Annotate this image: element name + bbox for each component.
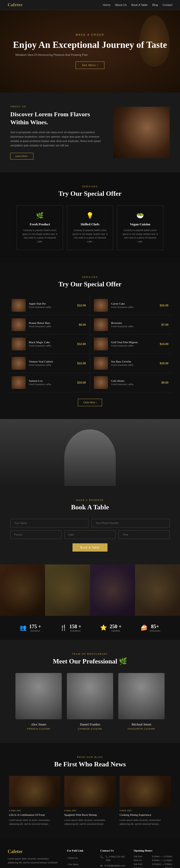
blog-tag: Read Our Blog [8, 756, 172, 758]
team-name: Daniel Frankin [67, 722, 113, 726]
gallery-section [0, 564, 180, 616]
menu-item-image [11, 338, 26, 350]
footer-links-title: Use Full Link [67, 849, 93, 852]
menu-item: Vienese Veal Cutlech Fresh brasserie caf… [8, 354, 90, 373]
menu-item-image [94, 338, 108, 350]
gallery-cell-1 [45, 564, 90, 616]
footer: Cafeter Lorem ipsum dolor sit amet, cons… [0, 839, 180, 868]
menu-item: Brownies Fresh brasserie cafhe $7.00 [90, 315, 172, 335]
hours-row: Sat-Sun: Closed [134, 867, 172, 868]
services-cards: 🌿 Fresh Product Contrary to popular beli… [8, 205, 172, 250]
book-tag: Make A Reserve [10, 499, 170, 501]
blog-post-title[interactable]: Cooking Dining Experience [120, 813, 171, 817]
stat-item: 👥 175 + Members [20, 624, 41, 632]
contact-phone: 📞 📞 (+800) 123 456 7890 [100, 855, 126, 862]
about-tag: About Us [10, 105, 106, 108]
menu-item: Cafe Aloise Fresh brasserie cafhe $9.00 [90, 373, 172, 392]
person-input[interactable] [10, 530, 61, 539]
menu-item-info: Vienese Veal Cutlech Fresh brasserie caf… [29, 360, 74, 366]
menu-item-price: $6.00 [79, 323, 86, 326]
navbar: Cafeter Home About Us Book A Table Blog … [0, 0, 180, 10]
chef-figure [64, 429, 116, 486]
service-desc-1: Contrary to popular belief Lorem Ipsum i… [72, 228, 108, 243]
name-input[interactable] [10, 519, 88, 527]
menu-item-info: Sea Bass Ceviche Fresh brasserie cafhe [111, 360, 157, 366]
menu-item-info: Brownies Fresh brasserie cafhe [111, 321, 158, 328]
nav-home[interactable]: Home [103, 3, 110, 6]
book-table-button[interactable]: Book A Table [72, 543, 107, 552]
menu-item-name: Peanut Butter Bars [29, 321, 76, 324]
blog-post-desc: Lorem ipsum dolor sit amet, consectetur … [120, 818, 171, 826]
services-tag: Services [8, 185, 172, 188]
footer-link-0[interactable]: › About Us [67, 857, 78, 859]
blog-date: 6 Saint, 2021 [9, 809, 60, 812]
hero-cta-button[interactable]: See Menu › [76, 61, 104, 69]
stat-number: 250 + [110, 624, 121, 629]
nav-about[interactable]: About Us [115, 3, 126, 6]
stat-icon: ⭐ [100, 624, 107, 631]
menu-item-image [94, 357, 108, 370]
hours-time: 9:00am — 11:00pm [152, 859, 172, 862]
team-tag: Team Of Restaurant [8, 653, 172, 655]
menu-item-name: Black Magic Cake [29, 341, 74, 344]
menu-item: Sea Bass Ceviche Fresh brasserie cafhe $… [90, 354, 172, 373]
about-section: About Us Discover Lorem From Flavors Wit… [0, 92, 180, 173]
learn-more-button[interactable]: Learn More › [10, 153, 33, 159]
phone-input[interactable] [92, 519, 170, 527]
blog-post-title[interactable]: Spaghetti With Rock Shrimp [64, 813, 116, 817]
blog-post-title[interactable]: Life Is A Combination Of Food [9, 813, 60, 817]
menu-title: Try Our Special Offer [8, 280, 172, 288]
gallery-cell-0 [0, 564, 45, 616]
menu-item-image [11, 299, 26, 312]
about-text: About Us Discover Lorem From Flavors Wit… [10, 105, 106, 159]
contact-email-text: ✉ info@cafeter.com [104, 864, 125, 868]
menu-item-name: Sea Bass Ceviche [111, 360, 157, 363]
menu-item: Carrot Cake Fresh brasserie cafhe $15.00 [90, 296, 172, 315]
menu-item-info: Grill Veal Filet Mignon Fresh brasserie … [111, 341, 157, 347]
hours-time: Closed [165, 867, 172, 868]
team-section: Team Of Restaurant Meet Our Professional… [0, 640, 180, 743]
footer-hours-col: Opening Hours Sat-Sun: 8:00am — 10:00am … [134, 849, 172, 868]
hours-day: Sat-Sun: [134, 867, 143, 868]
navbar-logo[interactable]: Cafeter [8, 3, 23, 7]
menu-item-info: Salmon Lox Fresh brasserie cafhe [29, 379, 74, 385]
time-input[interactable] [119, 530, 170, 539]
hero-section: Make A Order Enjoy An Exceptional Journe… [0, 10, 180, 92]
menu-item-image [11, 318, 26, 331]
about-image-inner [113, 107, 170, 158]
menu-tag: Services [8, 276, 172, 278]
team-title: Meet Our Professional 🌿 [8, 657, 172, 665]
team-name: Alex Smart [16, 722, 62, 726]
footer-brand-col: Cafeter Lorem ipsum dolor sit amet, cons… [8, 849, 59, 868]
stat-item: 🍰 85+ Delicacies [141, 624, 160, 632]
stat-icon: 🍴 [60, 624, 67, 631]
about-image [113, 107, 170, 158]
footer-grid: Cafeter Lorem ipsum dolor sit amet, cons… [8, 849, 172, 868]
nav-book[interactable]: Book A Table [131, 3, 148, 6]
stat-icon: 🍰 [141, 624, 147, 631]
menu-item: Grill Veal Filet Mignon Fresh brasserie … [90, 335, 172, 354]
blog-post-desc: Lorem ipsum dolor sit amet, consectetur … [64, 818, 116, 826]
menu-item-image [94, 376, 108, 389]
nav-contact[interactable]: Contact [162, 3, 172, 6]
menu-item-info: Peanut Butter Bars Fresh brasserie cafhe [29, 321, 76, 328]
footer-link-1[interactable]: › Our Menu [67, 863, 79, 866]
nav-blog[interactable]: Blog [152, 3, 158, 6]
footer-contact-title: Contact Us [100, 849, 126, 852]
menu-click-here-button[interactable]: Click Here › [78, 399, 102, 406]
date-input[interactable] [64, 530, 116, 539]
menu-item: Black Magic Cake Fresh brasserie cafhe $… [8, 335, 90, 354]
blog-section: Read Our Blog Be First Who Read News 6 S… [0, 743, 180, 839]
hours-day: Sat-Sun: [134, 855, 143, 858]
menu-item-sub: Fresh brasserie cafhe [29, 383, 74, 385]
hours-time: 10:00am — 8:00pm [152, 863, 172, 865]
menu-section: Services Try Our Special Offer Apple Sla… [0, 263, 180, 419]
service-icon-1: 💡 [72, 212, 108, 219]
team-role: Favourite Cuisine [118, 727, 164, 730]
blog-image [9, 776, 60, 807]
service-desc-2: Contrary to popular belief Lorem Ipsum i… [122, 228, 158, 243]
hours-row: Sat-Sun: 8:00am — 10:00am [134, 855, 172, 858]
menu-item-sub: Fresh brasserie cafhe [111, 383, 158, 385]
contact-phone-text: 📞 (+800) 123 456 7890 [106, 855, 126, 862]
hours-day: Mon-Fri: [134, 859, 143, 862]
